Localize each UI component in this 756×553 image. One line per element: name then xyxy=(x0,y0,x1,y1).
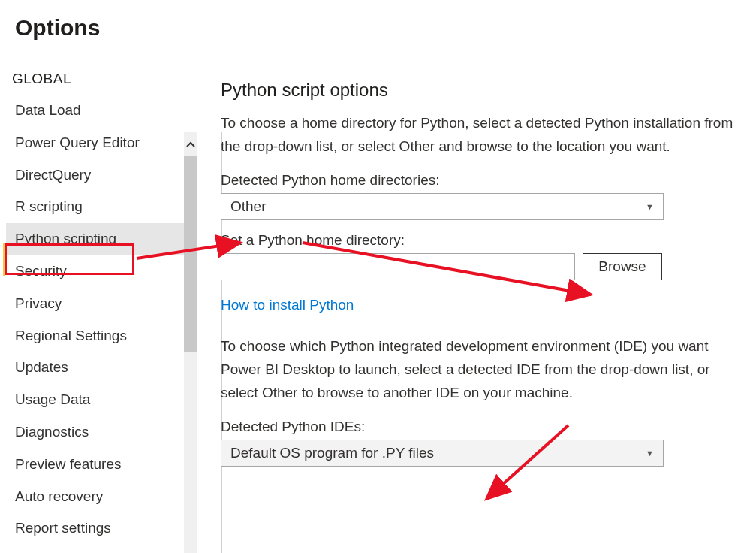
sidebar-item-security[interactable]: Security xyxy=(6,255,194,288)
detected-ide-dropdown[interactable]: Default OS program for .PY files ▼ xyxy=(221,440,664,467)
chevron-down-icon: ▼ xyxy=(646,449,654,458)
sidebar-item-python-scripting[interactable]: Python scripting xyxy=(6,223,194,255)
sidebar-item-privacy[interactable]: Privacy xyxy=(6,288,194,320)
detected-home-label: Detected Python home directories: xyxy=(221,172,750,189)
chevron-down-icon: ▼ xyxy=(646,202,654,211)
detected-home-value: Other xyxy=(230,198,267,215)
options-header: Options xyxy=(0,0,756,48)
main-panel: Python script options To choose a home d… xyxy=(194,66,756,545)
ide-intro-text: To choose which Python integrated develo… xyxy=(221,334,750,405)
sidebar-item-data-load[interactable]: Data Load xyxy=(6,95,194,127)
install-python-link[interactable]: How to install Python xyxy=(221,297,354,313)
home-directory-input[interactable] xyxy=(221,253,575,280)
sidebar-item-report-settings[interactable]: Report settings xyxy=(6,512,194,545)
detected-ide-label: Detected Python IDEs: xyxy=(221,419,750,435)
selection-accent-bar xyxy=(3,243,5,276)
sidebar-item-auto-recovery[interactable]: Auto recovery xyxy=(6,481,194,513)
sidebar-nav-list: Data Load Power Query Editor DirectQuery… xyxy=(6,95,194,545)
sidebar-item-updates[interactable]: Updates xyxy=(6,352,194,384)
detected-home-dropdown[interactable]: Other ▼ xyxy=(221,193,664,220)
sidebar-item-preview-features[interactable]: Preview features xyxy=(6,449,194,481)
sidebar: GLOBAL Data Load Power Query Editor Dire… xyxy=(0,66,194,545)
sidebar-item-power-query-editor[interactable]: Power Query Editor xyxy=(6,127,194,159)
sidebar-item-usage-data[interactable]: Usage Data xyxy=(6,384,194,416)
browse-button[interactable]: Browse xyxy=(583,253,662,280)
detected-ide-value: Default OS program for .PY files xyxy=(230,445,434,461)
section-title: Python script options xyxy=(221,80,750,101)
sidebar-section-global: GLOBAL xyxy=(6,66,194,95)
sidebar-item-regional-settings[interactable]: Regional Settings xyxy=(6,320,194,352)
sidebar-item-r-scripting[interactable]: R scripting xyxy=(6,191,194,223)
set-home-label: Set a Python home directory: xyxy=(221,232,750,249)
sidebar-item-diagnostics[interactable]: Diagnostics xyxy=(6,416,194,449)
intro-text: To choose a home directory for Python, s… xyxy=(221,111,750,159)
sidebar-item-directquery[interactable]: DirectQuery xyxy=(6,159,194,192)
page-title: Options xyxy=(15,15,756,41)
